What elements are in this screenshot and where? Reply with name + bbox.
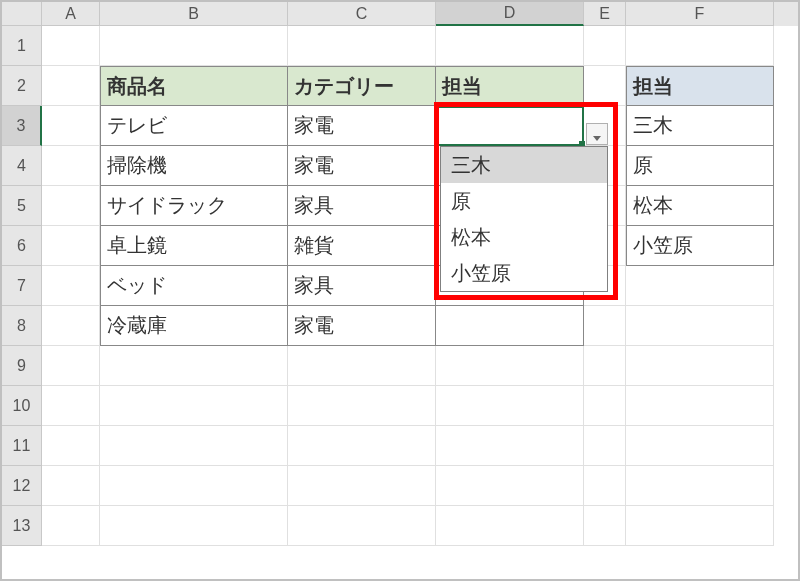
cell-F12[interactable] (626, 466, 774, 506)
cell-D11[interactable] (436, 426, 584, 466)
cell-A2[interactable] (42, 66, 100, 106)
cell-F11[interactable] (626, 426, 774, 466)
row-header-13[interactable]: 13 (2, 506, 42, 546)
col-header-A[interactable]: A (42, 2, 100, 26)
row-6: 6 卓上鏡 雑貨 小笠原 (2, 226, 798, 266)
row-header-7[interactable]: 7 (2, 266, 42, 306)
dropdown-option-1[interactable]: 原 (441, 183, 607, 219)
cell-C10[interactable] (288, 386, 436, 426)
cell-F13[interactable] (626, 506, 774, 546)
row-2: 2 商品名 カテゴリー 担当 担当 (2, 66, 798, 106)
cell-F10[interactable] (626, 386, 774, 426)
cell-E10[interactable] (584, 386, 626, 426)
cell-C1[interactable] (288, 26, 436, 66)
cell-A9[interactable] (42, 346, 100, 386)
cell-D13[interactable] (436, 506, 584, 546)
cell-D3[interactable] (436, 106, 584, 146)
col-header-F[interactable]: F (626, 2, 774, 26)
cell-E1[interactable] (584, 26, 626, 66)
cell-A4[interactable] (42, 146, 100, 186)
col-header-D[interactable]: D (436, 2, 584, 26)
cell-A10[interactable] (42, 386, 100, 426)
cell-B4[interactable]: 掃除機 (100, 146, 288, 186)
cell-F6[interactable]: 小笠原 (626, 226, 774, 266)
cell-F2-header-assignee2[interactable]: 担当 (626, 66, 774, 106)
cell-D9[interactable] (436, 346, 584, 386)
cell-C4[interactable]: 家電 (288, 146, 436, 186)
row-7: 7 ベッド 家具 (2, 266, 798, 306)
cell-E11[interactable] (584, 426, 626, 466)
cell-A5[interactable] (42, 186, 100, 226)
cell-E13[interactable] (584, 506, 626, 546)
row-header-11[interactable]: 11 (2, 426, 42, 466)
row-header-5[interactable]: 5 (2, 186, 42, 226)
cell-A6[interactable] (42, 226, 100, 266)
cell-A7[interactable] (42, 266, 100, 306)
cell-F7[interactable] (626, 266, 774, 306)
col-header-C[interactable]: C (288, 2, 436, 26)
cell-E2[interactable] (584, 66, 626, 106)
cell-A8[interactable] (42, 306, 100, 346)
cell-B7[interactable]: ベッド (100, 266, 288, 306)
cell-B9[interactable] (100, 346, 288, 386)
cell-A3[interactable] (42, 106, 100, 146)
cell-C9[interactable] (288, 346, 436, 386)
cell-E12[interactable] (584, 466, 626, 506)
row-header-9[interactable]: 9 (2, 346, 42, 386)
cell-A11[interactable] (42, 426, 100, 466)
cell-C13[interactable] (288, 506, 436, 546)
cell-D1[interactable] (436, 26, 584, 66)
cell-B11[interactable] (100, 426, 288, 466)
row-8: 8 冷蔵庫 家電 (2, 306, 798, 346)
select-all-corner[interactable] (2, 2, 42, 26)
cell-D10[interactable] (436, 386, 584, 426)
cell-E9[interactable] (584, 346, 626, 386)
col-header-E[interactable]: E (584, 2, 626, 26)
cell-B2-header-product[interactable]: 商品名 (100, 66, 288, 106)
cell-C3[interactable]: 家電 (288, 106, 436, 146)
cell-C6[interactable]: 雑貨 (288, 226, 436, 266)
cell-B3[interactable]: テレビ (100, 106, 288, 146)
cell-F9[interactable] (626, 346, 774, 386)
cell-F8[interactable] (626, 306, 774, 346)
col-header-B[interactable]: B (100, 2, 288, 26)
row-header-1[interactable]: 1 (2, 26, 42, 66)
cell-D12[interactable] (436, 466, 584, 506)
row-header-8[interactable]: 8 (2, 306, 42, 346)
cell-A13[interactable] (42, 506, 100, 546)
cell-F5[interactable]: 松本 (626, 186, 774, 226)
data-validation-dropdown-list[interactable]: 三木 原 松本 小笠原 (440, 146, 608, 292)
cell-B5[interactable]: サイドラック (100, 186, 288, 226)
cell-B13[interactable] (100, 506, 288, 546)
cell-B6[interactable]: 卓上鏡 (100, 226, 288, 266)
cell-F3[interactable]: 三木 (626, 106, 774, 146)
cell-C2-header-category[interactable]: カテゴリー (288, 66, 436, 106)
data-validation-dropdown-button[interactable] (586, 123, 608, 145)
dropdown-option-0[interactable]: 三木 (441, 147, 607, 183)
cell-E8[interactable] (584, 306, 626, 346)
cell-C5[interactable]: 家具 (288, 186, 436, 226)
cell-C8[interactable]: 家電 (288, 306, 436, 346)
cell-F1[interactable] (626, 26, 774, 66)
row-header-6[interactable]: 6 (2, 226, 42, 266)
dropdown-option-2[interactable]: 松本 (441, 219, 607, 255)
cell-C12[interactable] (288, 466, 436, 506)
cell-B1[interactable] (100, 26, 288, 66)
cell-C7[interactable]: 家具 (288, 266, 436, 306)
cell-D2-header-assignee[interactable]: 担当 (436, 66, 584, 106)
row-header-3[interactable]: 3 (2, 106, 42, 146)
cell-A12[interactable] (42, 466, 100, 506)
cell-B8[interactable]: 冷蔵庫 (100, 306, 288, 346)
row-header-10[interactable]: 10 (2, 386, 42, 426)
cell-D8[interactable] (436, 306, 584, 346)
row-header-2[interactable]: 2 (2, 66, 42, 106)
chevron-down-icon (593, 123, 601, 146)
cell-F4[interactable]: 原 (626, 146, 774, 186)
cell-A1[interactable] (42, 26, 100, 66)
row-header-4[interactable]: 4 (2, 146, 42, 186)
dropdown-option-3[interactable]: 小笠原 (441, 255, 607, 291)
row-header-12[interactable]: 12 (2, 466, 42, 506)
cell-B12[interactable] (100, 466, 288, 506)
cell-B10[interactable] (100, 386, 288, 426)
cell-C11[interactable] (288, 426, 436, 466)
